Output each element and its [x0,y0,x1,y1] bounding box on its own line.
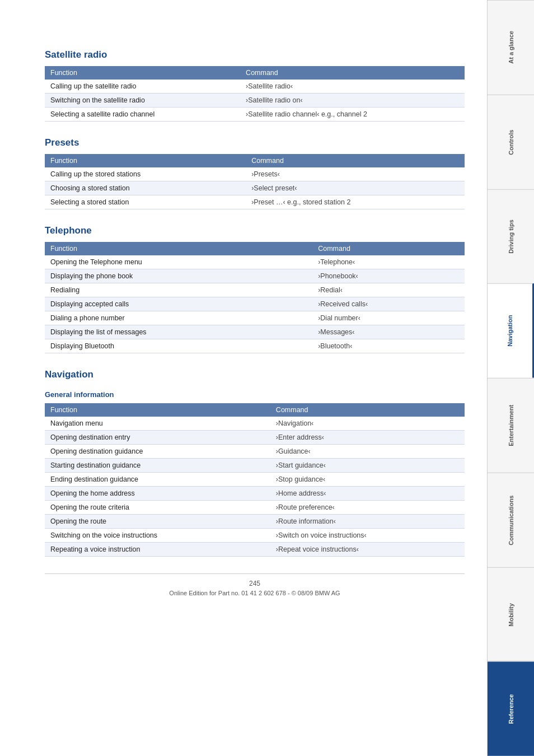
command-cell: ›Start guidance‹ [270,459,465,473]
function-cell: Opening the home address [45,487,270,501]
command-cell: ›Home address‹ [270,487,465,501]
function-cell: Ending destination guidance [45,473,270,487]
table-row: Opening destination entry›Enter address‹ [45,431,465,445]
navigation-col2: Command [270,403,465,417]
table-row: Redialing›Redial‹ [45,283,465,297]
command-cell: ›Route information‹ [270,515,465,529]
command-cell: ›Messages‹ [312,325,465,339]
sidebar-tab-communications[interactable]: Communications [488,473,534,567]
presets-col2: Command [246,154,465,167]
function-cell: Displaying accepted calls [45,297,312,311]
table-row: Repeating a voice instruction›Repeat voi… [45,543,465,557]
function-cell: Switching on the satellite radio [45,94,240,108]
presets-table: Function Command Calling up the stored s… [45,154,465,209]
presets-col1: Function [45,154,246,167]
command-cell: ›Presets‹ [246,167,465,181]
command-cell: ›Preset …‹ e.g., stored station 2 [246,195,465,209]
function-cell: Calling up the stored stations [45,167,246,181]
command-cell: ›Satellite radio on‹ [240,94,465,108]
footer-text: Online Edition for Part no. 01 41 2 602 … [169,590,340,596]
navigation-table: Function Command Navigation menu›Navigat… [45,403,465,557]
command-cell: ›Phonebook‹ [312,269,465,283]
function-cell: Opening destination entry [45,431,270,445]
table-row: Displaying the list of messages›Messages… [45,325,465,339]
general-information-title: General information [45,390,465,399]
main-content: Satellite radio Function Command Calling… [0,0,487,756]
table-row: Calling up the stored stations›Presets‹ [45,167,465,181]
table-row: Starting destination guidance›Start guid… [45,459,465,473]
function-cell: Opening the route [45,515,270,529]
function-cell: Calling up the satellite radio [45,80,240,94]
table-row: Selecting a stored station›Preset …‹ e.g… [45,195,465,209]
sidebar: At a glance Controls Driving tips Naviga… [487,0,534,756]
sidebar-tab-mobility[interactable]: Mobility [488,567,534,662]
function-cell: Opening destination guidance [45,445,270,459]
function-cell: Displaying the phone book [45,269,312,283]
table-row: Switching on the satellite radio›Satelli… [45,94,465,108]
command-cell: ›Enter address‹ [270,431,465,445]
table-row: Opening the route criteria›Route prefere… [45,501,465,515]
command-cell: ›Guidance‹ [270,445,465,459]
sidebar-tab-driving-tips[interactable]: Driving tips [488,189,534,284]
telephone-title: Telephone [45,225,465,236]
satellite-radio-title: Satellite radio [45,49,465,60]
telephone-col2: Command [312,242,465,255]
page-number: 245 [45,580,465,587]
function-cell: Opening the Telephone menu [45,255,312,269]
sidebar-tab-controls[interactable]: Controls [488,95,534,189]
function-cell: Displaying Bluetooth [45,339,312,353]
function-cell: Choosing a stored station [45,181,246,195]
presets-section: Presets Function Command Calling up the … [45,137,465,209]
command-cell: ›Select preset‹ [246,181,465,195]
command-cell: ›Received calls‹ [312,297,465,311]
function-cell: Dialing a phone number [45,311,312,325]
sidebar-tab-reference[interactable]: Reference [488,661,534,756]
function-cell: Redialing [45,283,312,297]
satellite-radio-col1: Function [45,66,240,80]
table-row: Displaying the phone book›Phonebook‹ [45,269,465,283]
telephone-section: Telephone Function Command Opening the T… [45,225,465,353]
satellite-radio-col2: Command [240,66,465,80]
function-cell: Starting destination guidance [45,459,270,473]
table-row: Opening the Telephone menu›Telephone‹ [45,255,465,269]
table-row: Displaying accepted calls›Received calls… [45,297,465,311]
satellite-radio-section: Satellite radio Function Command Calling… [45,49,465,122]
navigation-title: Navigation [45,369,465,380]
satellite-radio-table: Function Command Calling up the satellit… [45,66,465,122]
sidebar-tab-navigation[interactable]: Navigation [488,283,534,378]
table-row: Choosing a stored station›Select preset‹ [45,181,465,195]
navigation-section: Navigation General information Function … [45,369,465,557]
function-cell: Selecting a stored station [45,195,246,209]
table-row: Dialing a phone number›Dial number‹ [45,311,465,325]
page-footer: 245 Online Edition for Part no. 01 41 2 … [45,573,465,596]
table-row: Opening the home address›Home address‹ [45,487,465,501]
function-cell: Navigation menu [45,417,270,431]
command-cell: ›Bluetooth‹ [312,339,465,353]
command-cell: ›Dial number‹ [312,311,465,325]
telephone-table: Function Command Opening the Telephone m… [45,242,465,353]
command-cell: ›Telephone‹ [312,255,465,269]
table-row: Opening the route›Route information‹ [45,515,465,529]
function-cell: Displaying the list of messages [45,325,312,339]
table-row: Ending destination guidance›Stop guidanc… [45,473,465,487]
function-cell: Selecting a satellite radio channel [45,108,240,122]
function-cell: Opening the route criteria [45,501,270,515]
command-cell: ›Switch on voice instructions‹ [270,529,465,543]
table-row: Switching on the voice instructions›Swit… [45,529,465,543]
navigation-col1: Function [45,403,270,417]
presets-title: Presets [45,137,465,148]
command-cell: ›Redial‹ [312,283,465,297]
command-cell: ›Satellite radio‹ [240,80,465,94]
table-row: Displaying Bluetooth›Bluetooth‹ [45,339,465,353]
command-cell: ›Satellite radio channel‹ e.g., channel … [240,108,465,122]
sidebar-tab-entertainment[interactable]: Entertainment [488,378,534,473]
table-row: Selecting a satellite radio channel›Sate… [45,108,465,122]
command-cell: ›Route preference‹ [270,501,465,515]
table-row: Opening destination guidance›Guidance‹ [45,445,465,459]
function-cell: Switching on the voice instructions [45,529,270,543]
command-cell: ›Stop guidance‹ [270,473,465,487]
table-row: Navigation menu›Navigation‹ [45,417,465,431]
telephone-col1: Function [45,242,312,255]
sidebar-tab-at-a-glance[interactable]: At a glance [488,0,534,95]
table-row: Calling up the satellite radio›Satellite… [45,80,465,94]
